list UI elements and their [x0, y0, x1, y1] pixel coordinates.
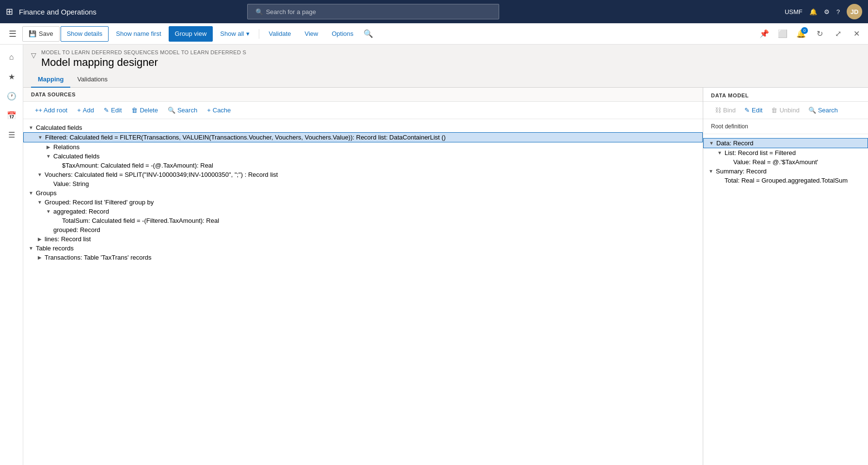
edit-button[interactable]: ✎ Edit — [100, 105, 126, 116]
tree-node-label: Vouchers: Calculated field = SPLIT("INV-… — [44, 171, 278, 178]
search-cmd-icon[interactable]: 🔍 — [361, 26, 376, 42]
search-icon: 🔍 — [255, 8, 263, 16]
add-root-button[interactable]: + + Add root — [31, 105, 71, 116]
tree-node-label: Table records — [35, 245, 74, 252]
save-button[interactable]: 💾 Save — [22, 26, 60, 42]
open-icon[interactable]: ⤢ — [830, 26, 846, 42]
tree-node[interactable]: ▼aggregated: Record — [23, 207, 703, 216]
refresh-icon[interactable]: ↻ — [812, 26, 827, 42]
tree-arrow-icon[interactable]: ▼ — [716, 150, 724, 155]
office-icon[interactable]: ⬜ — [775, 26, 790, 42]
tree-node[interactable]: ▼Calculated fields — [23, 152, 703, 161]
sidebar-calendar-icon[interactable]: 📅 — [3, 107, 20, 124]
global-search[interactable]: 🔍 Search for a page — [247, 4, 499, 19]
add-icon: + — [77, 107, 81, 114]
tree-node[interactable]: ▶lines: Record list — [23, 234, 703, 244]
tree-node[interactable]: ▼Filtered: Calculated field = FILTER(Tra… — [23, 132, 703, 142]
validate-button[interactable]: Validate — [262, 26, 297, 42]
separator-1 — [259, 29, 259, 39]
tree-node[interactable]: $TaxAmount: Calculated field = -(@.TaxAm… — [23, 161, 703, 170]
tree-arrow-icon[interactable]: ▶ — [36, 255, 44, 260]
grid-icon[interactable]: ⊞ — [6, 6, 13, 17]
main-layout: ⌂ ★ 🕐 📅 ☰ ▽ MODEL TO LEARN DEFERRED SEQU… — [0, 45, 868, 465]
main-content: ▽ MODEL TO LEARN DEFERRED SEQUENCES MODE… — [23, 45, 868, 465]
edit-model-button[interactable]: ✎ Edit — [741, 105, 766, 116]
user-region: USMF — [785, 8, 803, 16]
tree-node-label: Groups — [35, 189, 57, 197]
tree-arrow-icon[interactable]: ▼ — [45, 154, 52, 159]
tree-arrow-icon[interactable]: ▼ — [27, 125, 35, 130]
cache-icon: + — [207, 107, 211, 114]
tree-node[interactable]: ▼Data: Record — [703, 138, 868, 148]
view-button[interactable]: View — [298, 26, 324, 42]
sidebar-star-icon[interactable]: ★ — [3, 68, 20, 85]
search-model-button[interactable]: 🔍 Search — [805, 105, 842, 116]
delete-icon: 🗑 — [131, 107, 138, 114]
tree-arrow-icon[interactable]: ▼ — [36, 172, 44, 177]
tree-node[interactable]: ▼Table records — [23, 244, 703, 253]
tree-arrow-icon[interactable]: ▼ — [27, 190, 35, 196]
sidebar-list-icon[interactable]: ☰ — [3, 126, 20, 143]
data-sources-tree: ▼Calculated fields▼Filtered: Calculated … — [23, 119, 703, 465]
tree-node[interactable]: TotalSum: Calculated field = -(Filtered.… — [23, 216, 703, 225]
tree-node-label: Value: String — [52, 180, 89, 187]
tree-node[interactable]: ▼Groups — [23, 188, 703, 198]
options-button[interactable]: Options — [325, 26, 360, 42]
group-view-button[interactable]: Group view — [169, 26, 213, 42]
tree-node[interactable]: Value: String — [23, 179, 703, 188]
tree-node-label: aggregated: Record — [52, 208, 109, 215]
hamburger-menu-icon[interactable]: ☰ — [4, 25, 21, 43]
add-root-icon: + — [35, 107, 39, 114]
delete-button[interactable]: 🗑 Delete — [127, 105, 162, 116]
show-name-first-button[interactable]: Show name first — [110, 26, 167, 42]
avatar[interactable]: JD — [847, 4, 862, 19]
close-icon[interactable]: ✕ — [849, 26, 864, 42]
tree-arrow-icon[interactable]: ▼ — [36, 135, 44, 140]
edit-pencil-icon: ✎ — [104, 107, 109, 114]
tree-node-label: Transactions: Table 'TaxTrans' records — [44, 254, 152, 261]
tree-arrow-icon[interactable]: ▼ — [45, 209, 52, 214]
cache-button[interactable]: + Cache — [203, 105, 235, 116]
tab-mapping[interactable]: Mapping — [31, 72, 70, 88]
tree-arrow-icon[interactable]: ▶ — [36, 236, 44, 242]
tree-node-label: Summary: Record — [715, 168, 767, 175]
tree-arrow-icon[interactable]: ▶ — [45, 144, 52, 150]
show-details-button[interactable]: Show details — [61, 26, 109, 42]
sidebar-home-icon[interactable]: ⌂ — [3, 48, 20, 66]
settings-icon[interactable]: ⚙ — [824, 8, 830, 16]
tab-validations[interactable]: Validations — [70, 72, 114, 88]
tree-node[interactable]: Value: Real = @.'$TaxAmount' — [703, 157, 868, 167]
tree-node[interactable]: ▼Grouped: Record list 'Filtered' group b… — [23, 198, 703, 207]
tree-arrow-icon[interactable]: ▼ — [27, 246, 35, 251]
data-model-header: DATA MODEL — [703, 88, 868, 102]
notification-icon[interactable]: 🔔 0 — [793, 26, 809, 42]
bell-icon[interactable]: 🔔 — [809, 8, 817, 16]
search-datasource-button[interactable]: 🔍 Search — [164, 105, 201, 116]
tree-node[interactable]: ▼Calculated fields — [23, 123, 703, 132]
tree-arrow-icon[interactable]: ▼ — [708, 140, 715, 146]
search-placeholder: Search for a page — [266, 8, 316, 16]
show-all-button[interactable]: Show all ▾ — [214, 26, 256, 42]
page-header: ▽ MODEL TO LEARN DEFERRED SEQUENCES MODE… — [23, 45, 868, 72]
unbind-button[interactable]: 🗑 Unbind — [767, 105, 803, 116]
sidebar-history-icon[interactable]: 🕐 — [3, 87, 20, 105]
tree-node-label: Filtered: Calculated field = FILTER(Tran… — [44, 134, 446, 141]
tree-arrow-icon[interactable]: ▼ — [707, 169, 715, 174]
pin-icon[interactable]: 📌 — [757, 26, 772, 42]
tree-node-label: Data: Record — [715, 140, 754, 147]
tree-node[interactable]: ▼Summary: Record — [703, 167, 868, 176]
tree-node[interactable]: ▼List: Record list = Filtered — [703, 148, 868, 157]
panel-toolbar: + + Add root + Add ✎ Edit 🗑 Delete — [23, 102, 703, 119]
tree-node[interactable]: ▶Relations — [23, 142, 703, 152]
tree-node-label: Relations — [52, 143, 79, 151]
add-button[interactable]: + Add — [73, 105, 98, 116]
bind-icon: ⛓ — [715, 107, 721, 114]
tree-node[interactable]: grouped: Record — [23, 225, 703, 234]
designer-area: DATA SOURCES + + Add root + Add ✎ Edit — [23, 88, 868, 465]
tree-node[interactable]: ▶Transactions: Table 'TaxTrans' records — [23, 253, 703, 262]
tree-node[interactable]: ▼Vouchers: Calculated field = SPLIT("INV… — [23, 170, 703, 179]
bind-button[interactable]: ⛓ Bind — [711, 105, 740, 116]
tree-arrow-icon[interactable]: ▼ — [36, 200, 44, 205]
tree-node[interactable]: Total: Real = Grouped.aggregated.TotalSu… — [703, 176, 868, 185]
help-icon[interactable]: ? — [836, 8, 840, 16]
